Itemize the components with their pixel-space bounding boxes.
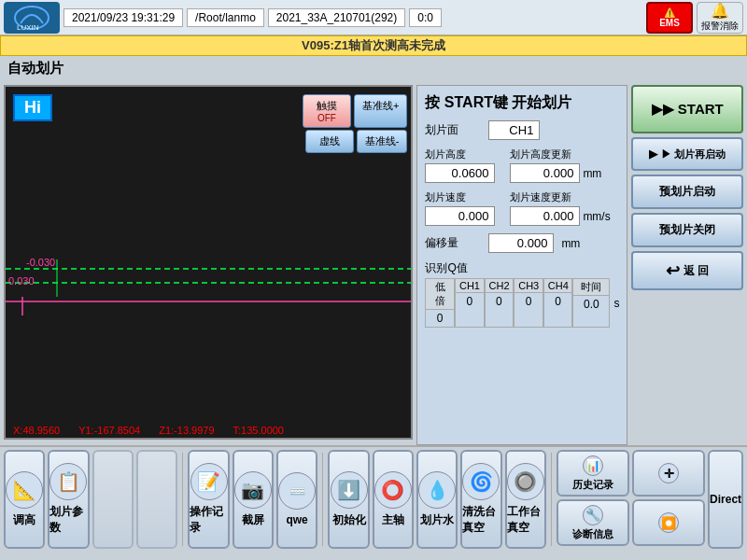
- height-unit: mm: [583, 167, 601, 180]
- touch-button[interactable]: 触摸 OFF: [303, 94, 351, 128]
- toolbar-separator-2: [322, 453, 323, 546]
- work-vac-icon: 🔘: [507, 463, 544, 500]
- toolbar-btn-water[interactable]: 💧 划片水: [416, 450, 458, 549]
- q-col-ch2: CH2 0: [485, 278, 514, 328]
- toolbar-btn-clean-vac[interactable]: 🌀 清洗台真空: [460, 450, 501, 549]
- action-panel: ▶▶ START ▶ ▶ 划片再启动 预划片启动 预划片关闭 ↩ 返 回: [631, 85, 743, 445]
- toolbar: 📐 调高 📋 划片参数 📝 操作记录 📷 截屏 ⌨️ qwe ⬇️ 初始化 ⭕ …: [0, 445, 747, 552]
- speed-unit: mm/s: [583, 210, 610, 223]
- toolbar-btn-screenshot[interactable]: 📷 截屏: [233, 450, 274, 549]
- spindle-icon: ⭕: [374, 471, 412, 509]
- q-col-time: 时间 0.0: [572, 278, 610, 328]
- ems-icon: ⚠️: [664, 7, 675, 18]
- control-title: 按 START键 开始划片: [425, 93, 619, 113]
- height-label: 划片高度: [425, 147, 495, 161]
- speed-update-label: 划片速度更新: [510, 190, 610, 204]
- water-icon: 💧: [418, 471, 456, 509]
- diag-icon: 🔧: [583, 505, 603, 525]
- toolbar-btn-history[interactable]: 📊 历史记录: [557, 450, 629, 497]
- q-col-ch3: CH3 0: [514, 278, 543, 328]
- svg-text:-0.030: -0.030: [26, 257, 55, 268]
- toolbar-btn-params[interactable]: 📋 划片参数: [48, 450, 89, 549]
- q-col-1: 低倍 0: [425, 278, 455, 328]
- camera-panel: -0.030 0.030 Hi 触摸 OFF 基准线+ 虚线 基准线- X:48…: [4, 85, 413, 440]
- q-table: 低倍 0 CH1 0 CH2 0 CH3 0: [425, 278, 610, 328]
- q-col-ch4: CH4 0: [543, 278, 573, 328]
- toolbar-btn-empty2[interactable]: [136, 450, 177, 549]
- baseline-plus-button[interactable]: 基准线+: [354, 94, 407, 128]
- q-col-ch1: CH1 0: [455, 278, 485, 328]
- height-input[interactable]: [425, 163, 495, 183]
- channel-input[interactable]: [488, 120, 540, 140]
- toolbar-btn-double-log: 📊 历史记录 🔧 诊断信息: [557, 450, 629, 549]
- height-update-input[interactable]: [510, 163, 580, 183]
- header-coord: 0:0: [409, 8, 442, 27]
- prestart-button[interactable]: 预划片启动: [631, 175, 743, 209]
- init-icon: ⬇️: [331, 471, 368, 509]
- camera-controls-row1: 触摸 OFF 基准线+: [303, 94, 407, 128]
- logo: LUXIN: [4, 2, 60, 34]
- toolbar-separator-1: [182, 453, 183, 546]
- nav-cross-icon: ✛: [658, 463, 679, 483]
- back-button[interactable]: ↩ 返 回: [631, 251, 743, 290]
- status-bar: V095:Z1轴首次测高未完成: [0, 35, 747, 56]
- toolbar-btn-adjust[interactable]: 📐 调高: [4, 450, 45, 549]
- control-panel: 按 START键 开始划片 划片面 划片高度 划片高度更新 mm 划片速度: [416, 85, 627, 445]
- params-icon: 📋: [49, 463, 87, 500]
- toolbar-separator-3: [551, 453, 552, 546]
- history-icon: 📊: [583, 455, 603, 476]
- toolbar-btn-work-vac[interactable]: 🔘 工作台真空: [505, 450, 546, 549]
- prestop-button[interactable]: 预划片关闭: [631, 213, 743, 247]
- alert-icon: 🔔: [711, 2, 729, 20]
- alert-dismiss-button[interactable]: 🔔 报警消除: [697, 2, 743, 34]
- page-title: 自动划片: [0, 56, 747, 81]
- toolbar-nav-double: ✛ ⏺️: [632, 450, 705, 549]
- toolbar-btn-diag[interactable]: 🔧 诊断信息: [557, 499, 629, 546]
- speed-label: 划片速度: [425, 190, 495, 204]
- toolbar-btn-nav-cross[interactable]: ✛: [632, 450, 705, 497]
- q-section: 识别Q值 低倍 0 CH1 0 CH2 0 C: [425, 260, 619, 328]
- channel-label: 划片面: [425, 122, 481, 138]
- back-icon: ↩: [666, 260, 680, 281]
- baseline-minus-button[interactable]: 基准线-: [357, 130, 408, 153]
- header-job: 2021_33A_210701(292): [268, 8, 405, 27]
- camera-hi-label: Hi: [13, 94, 52, 121]
- height-update-label: 划片高度更新: [510, 147, 601, 161]
- svg-text:LUXIN: LUXIN: [17, 23, 39, 31]
- play-icon: ▶: [649, 147, 657, 161]
- direct-button[interactable]: Direct: [708, 450, 743, 549]
- toolbar-btn-nav-extra[interactable]: ⏺️: [632, 499, 705, 546]
- virtual-line-button[interactable]: 虚线: [305, 130, 354, 153]
- q-title: 识别Q值: [425, 260, 619, 276]
- screenshot-icon: 📷: [234, 471, 272, 509]
- oplog-icon: 📝: [190, 463, 228, 500]
- header-datetime: 2021/09/23 19:31:29: [63, 8, 183, 27]
- offset-label: 偏移量: [425, 235, 481, 251]
- toolbar-btn-init[interactable]: ⬇️ 初始化: [328, 450, 369, 549]
- q-unit: s: [613, 297, 619, 310]
- start-button[interactable]: ▶▶ START: [631, 85, 743, 133]
- offset-input[interactable]: [488, 233, 554, 253]
- coord-bar: X:48.9560 Y1:-167.8504 Z1:-13.9979 T:135…: [6, 423, 411, 438]
- restart-button[interactable]: ▶ ▶ 划片再启动: [631, 137, 743, 171]
- header-path: /Root/lanmo: [187, 8, 264, 27]
- toolbar-btn-spindle[interactable]: ⭕ 主轴: [373, 450, 414, 549]
- toolbar-btn-oplog[interactable]: 📝 操作记录: [188, 450, 229, 549]
- camera-controls-row2: 虚线 基准线-: [305, 130, 408, 153]
- keyboard-icon: ⌨️: [278, 472, 316, 510]
- toolbar-btn-empty1[interactable]: [92, 450, 134, 549]
- clean-vac-icon: 🌀: [462, 463, 500, 500]
- svg-text:0.030: 0.030: [8, 275, 35, 287]
- speed-update-input[interactable]: [510, 206, 580, 226]
- adjust-icon: 📐: [6, 471, 43, 509]
- ems-button[interactable]: ⚠️ EMS: [646, 2, 693, 34]
- nav-extra-icon: ⏺️: [658, 512, 679, 533]
- speed-input[interactable]: [425, 206, 495, 226]
- direct-label: Direct: [710, 493, 741, 506]
- offset-unit: mm: [561, 237, 580, 250]
- toolbar-btn-keyboard[interactable]: ⌨️ qwe: [276, 450, 317, 549]
